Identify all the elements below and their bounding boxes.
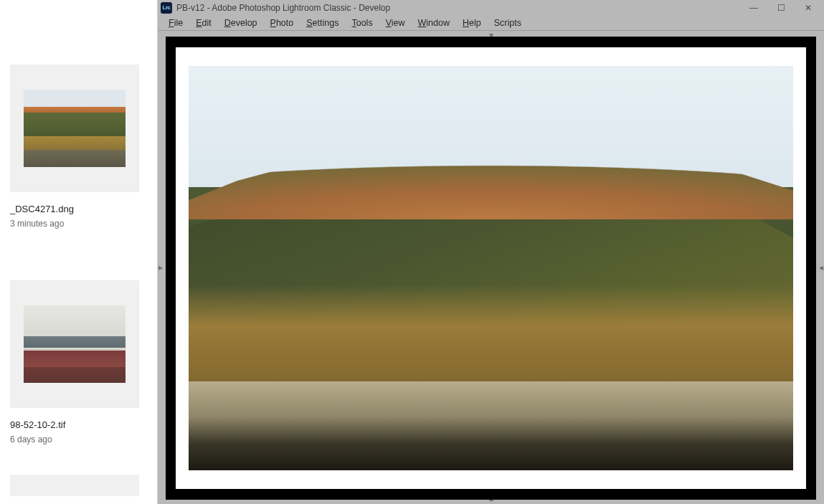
menu-tools[interactable]: Tools <box>345 16 379 29</box>
file-thumbnail <box>24 90 126 167</box>
file-name: 98-52-10-2.tif <box>10 418 150 433</box>
window-title: PB-v12 - Adobe Photoshop Lightroom Class… <box>176 3 748 13</box>
menu-photo[interactable]: Photo <box>264 16 300 29</box>
maximize-button[interactable]: ☐ <box>775 2 787 14</box>
image-mat <box>176 47 806 489</box>
file-thumbnail-card[interactable] <box>10 280 139 408</box>
file-meta: 98-52-10-2.tif 6 days ago <box>10 418 150 444</box>
minimize-button[interactable]: — <box>748 2 759 14</box>
app-icon: Lrc <box>161 2 172 14</box>
file-entry[interactable]: _DSC4271.dng 3 minutes ago <box>10 65 150 229</box>
window-titlebar[interactable]: Lrc PB-v12 - Adobe Photoshop Lightroom C… <box>158 0 824 15</box>
panel-toggle-right-icon[interactable]: ◂ <box>819 262 823 272</box>
menu-scripts[interactable]: Scripts <box>488 16 528 29</box>
recent-files-sidebar: _DSC4271.dng 3 minutes ago 98-52-10-2.ti… <box>0 0 157 504</box>
menu-help[interactable]: Help <box>456 16 488 29</box>
menu-view[interactable]: View <box>379 16 412 29</box>
file-time: 6 days ago <box>10 434 150 444</box>
menu-file[interactable]: File <box>162 16 189 29</box>
close-button[interactable]: ✕ <box>802 2 814 14</box>
menu-bar: File Edit Develop Photo Settings Tools V… <box>158 15 824 31</box>
file-thumbnail <box>24 305 126 383</box>
window-controls: — ☐ ✕ <box>748 2 821 14</box>
menu-window[interactable]: Window <box>412 16 456 29</box>
file-thumbnail-card-partial[interactable] <box>10 475 139 496</box>
file-name: _DSC4271.dng <box>10 202 150 217</box>
develop-content-area: ▾ ▸ ◂ ▴ <box>158 31 824 504</box>
file-meta: _DSC4271.dng 3 minutes ago <box>10 202 150 229</box>
file-entry[interactable]: 98-52-10-2.tif 6 days ago <box>10 280 150 444</box>
app-window: Lrc PB-v12 - Adobe Photoshop Lightroom C… <box>157 0 824 504</box>
file-time: 3 minutes ago <box>10 219 150 229</box>
panel-toggle-left-icon[interactable]: ▸ <box>158 262 163 272</box>
image-region-foreground <box>189 381 793 470</box>
menu-develop[interactable]: Develop <box>218 16 264 29</box>
main-image[interactable] <box>189 66 793 470</box>
image-canvas-frame <box>166 37 816 500</box>
menu-edit[interactable]: Edit <box>189 16 218 29</box>
menu-settings[interactable]: Settings <box>300 16 345 29</box>
file-thumbnail-card[interactable] <box>10 65 139 192</box>
